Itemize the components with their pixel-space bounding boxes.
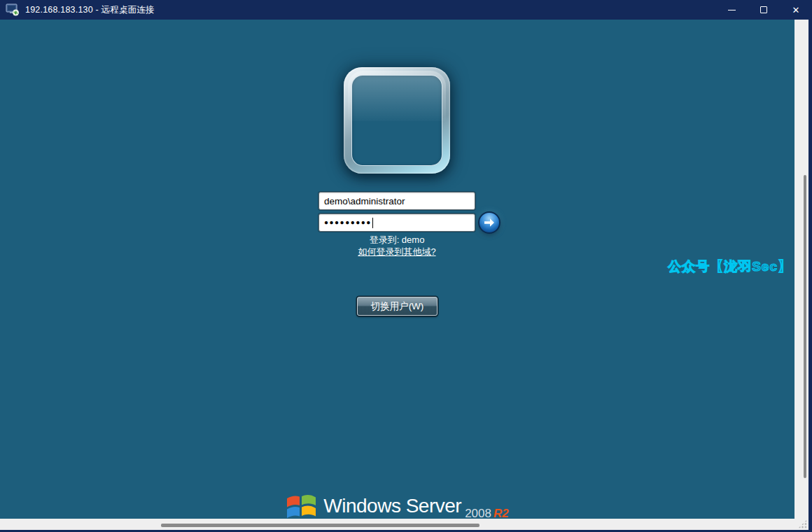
horizontal-scrollbar-thumb[interactable] [161, 524, 479, 527]
password-masked-dots: ●●●●●●●●● [324, 219, 372, 226]
maximize-icon [760, 6, 767, 13]
brand-product: Windows Server [323, 495, 461, 517]
logon-to-label: 登录到: demo [301, 234, 493, 246]
titlebar: 192.168.183.130 - 远程桌面连接 ✕ [0, 0, 812, 20]
vertical-scrollbar-thumb[interactable] [804, 175, 806, 478]
close-button[interactable]: ✕ [780, 0, 812, 20]
window-border-right [808, 20, 812, 532]
maximize-button[interactable] [748, 0, 780, 20]
username-input[interactable] [318, 192, 475, 210]
windows-server-branding: Windows Server 2008 R2 [0, 489, 794, 519]
rdp-app-icon [6, 4, 20, 16]
window-title: 192.168.183.130 - 远程桌面连接 [25, 4, 155, 16]
right-arrow-icon [484, 218, 495, 227]
login-go-button[interactable] [478, 211, 500, 234]
window-controls: ✕ [715, 0, 812, 20]
horizontal-scrollbar[interactable] [0, 519, 808, 530]
brand-edition: R2 [493, 507, 509, 519]
rdp-desktop: ●●●●●●●●● 登录到: demo 如何登录到其他域? 公众号【泷羽Sec】… [0, 20, 794, 519]
other-domain-link[interactable]: 如何登录到其他域? [301, 246, 493, 258]
windows-flag-icon [286, 492, 317, 519]
switch-user-label: 切换用户(W) [371, 300, 424, 313]
minimize-icon [728, 10, 736, 10]
brand-version: 2008 [465, 507, 491, 519]
text-caret [372, 218, 373, 228]
minimize-button[interactable] [715, 0, 748, 20]
switch-user-button[interactable]: 切换用户(W) [357, 297, 438, 316]
password-input[interactable]: ●●●●●●●●● [318, 214, 475, 232]
close-icon: ✕ [792, 5, 800, 15]
vertical-scrollbar[interactable] [794, 20, 808, 519]
watermark-text: 公众号【泷羽Sec】 [668, 258, 792, 276]
user-avatar-tile[interactable] [344, 67, 450, 174]
avatar-placeholder [351, 75, 442, 166]
